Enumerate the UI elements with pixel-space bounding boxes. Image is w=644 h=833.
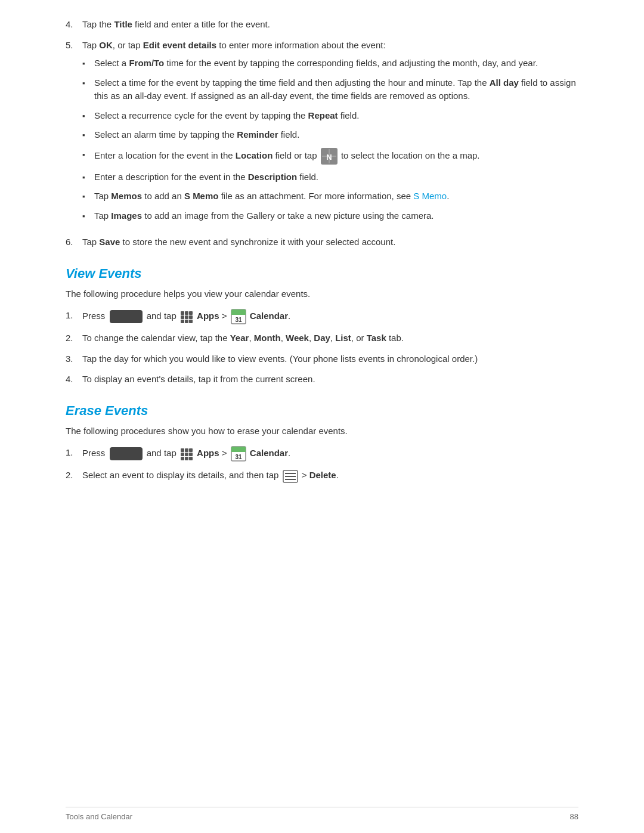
- bullet-text-7: Tap Memos to add an S Memo file as an at…: [94, 190, 578, 203]
- bullet-memos: ▪ Tap Memos to add an S Memo file as an …: [82, 190, 578, 203]
- bullet-text-6: Enter a description for the event in the…: [94, 171, 578, 184]
- svg-rect-12: [189, 320, 193, 323]
- svg-rect-8: [185, 315, 188, 319]
- bullet-allday: ▪ Select a time for the event by tapping…: [82, 76, 578, 103]
- view-step-2-content: To change the calendar view, tap the Yea…: [82, 332, 578, 345]
- home-button-2: [110, 447, 143, 460]
- svg-rect-20: [181, 453, 184, 456]
- bullet-images: ▪ Tap Images to add an image from the Ga…: [82, 209, 578, 223]
- bullet-list: ▪ Select a From/To time for the event by…: [82, 57, 578, 222]
- view-step-2-num: 2.: [66, 332, 82, 345]
- svg-rect-11: [185, 320, 188, 323]
- bullet-text-2: Select a time for the event by tapping t…: [94, 76, 578, 103]
- view-step-4: 4. To display an event's details, tap it…: [66, 373, 578, 386]
- svg-rect-4: [181, 311, 184, 315]
- calendar-icon-2: 31: [231, 446, 246, 462]
- calendar-icon-1: 31: [231, 309, 246, 324]
- step-6-content: Tap Save to store the new event and sync…: [82, 236, 578, 249]
- view-step-2: 2. To change the calendar view, tap the …: [66, 332, 578, 345]
- erase-events-section: Erase Events The following procedures sh…: [66, 403, 578, 483]
- bullet-text-8: Tap Images to add an image from the Gall…: [94, 209, 578, 223]
- svg-rect-24: [185, 457, 188, 460]
- erase-events-title: Erase Events: [66, 403, 578, 419]
- step-4-num: 4.: [66, 18, 82, 32]
- erase-step-1: 1. Press and tap: [66, 446, 578, 462]
- page-footer: Tools and Calendar 88: [66, 807, 578, 821]
- bullet-text-5: Enter a location for the event in the Lo…: [94, 148, 578, 165]
- menu-icon: [283, 469, 298, 483]
- bullet-fromto: ▪ Select a From/To time for the event by…: [82, 57, 578, 70]
- ok-bold: OK: [99, 40, 113, 50]
- bullet-marker-8: ▪: [82, 209, 94, 223]
- svg-rect-5: [185, 311, 188, 315]
- svg-text:31: 31: [235, 454, 242, 460]
- erase-events-intro: The following procedures show you how to…: [66, 425, 578, 438]
- svg-rect-23: [181, 457, 184, 460]
- svg-text:31: 31: [235, 317, 242, 323]
- bullet-reminder: ▪ Select an alarm time by tapping the Re…: [82, 128, 578, 142]
- bullet-marker-6: ▪: [82, 171, 94, 184]
- view-step-4-num: 4.: [66, 373, 82, 386]
- calendar-label-1: Calendar: [250, 311, 288, 321]
- home-button-1: [110, 310, 143, 323]
- s-memo-link[interactable]: S Memo: [413, 191, 447, 201]
- calendar-label-2: Calendar: [250, 448, 288, 458]
- bullet-repeat: ▪ Select a recurrence cycle for the even…: [82, 109, 578, 123]
- edit-event-bold: Edit event details: [143, 40, 216, 50]
- title-bold: Title: [114, 19, 132, 29]
- footer-left: Tools and Calendar: [66, 812, 132, 821]
- step-5: 5. Tap OK, or tap Edit event details to …: [66, 39, 578, 229]
- apps-grid-icon-1: [180, 309, 193, 323]
- view-events-title: View Events: [66, 266, 578, 281]
- svg-rect-10: [181, 320, 184, 323]
- erase-step-2-num: 2.: [66, 469, 82, 483]
- bullet-marker-4: ▪: [82, 128, 94, 142]
- view-step-3-num: 3.: [66, 352, 82, 366]
- step-6-num: 6.: [66, 236, 82, 249]
- view-step-1: 1. Press and tap: [66, 309, 578, 324]
- step-5-content: Tap OK, or tap Edit event details to ent…: [82, 39, 578, 229]
- bullet-text-1: Select a From/To time for the event by t…: [94, 57, 578, 70]
- view-events-intro: The following procedure helps you view y…: [66, 287, 578, 301]
- step-6: 6. Tap Save to store the new event and s…: [66, 236, 578, 249]
- page-container: 4. Tap the Title field and enter a title…: [0, 0, 644, 833]
- view-events-section: View Events The following procedure help…: [66, 266, 578, 386]
- step-4-content: Tap the Title field and enter a title fo…: [82, 18, 578, 32]
- view-step-1-content: Press and tap: [82, 309, 578, 324]
- svg-rect-9: [189, 315, 193, 319]
- bullet-marker-1: ▪: [82, 57, 94, 70]
- bullet-marker-5: ▪: [82, 148, 94, 165]
- view-step-3-content: Tap the day for which you would like to …: [82, 352, 578, 366]
- view-step-1-num: 1.: [66, 309, 82, 324]
- svg-rect-32: [285, 476, 296, 477]
- svg-rect-6: [189, 311, 193, 315]
- bullet-description: ▪ Enter a description for the event in t…: [82, 171, 578, 184]
- svg-rect-15: [231, 314, 246, 315]
- footer-right: 88: [570, 812, 578, 821]
- top-section: 4. Tap the Title field and enter a title…: [66, 18, 578, 249]
- erase-step-1-num: 1.: [66, 446, 82, 462]
- bullet-text-3: Select a recurrence cycle for the event …: [94, 109, 578, 123]
- svg-rect-21: [185, 453, 188, 456]
- svg-rect-7: [181, 315, 184, 319]
- svg-rect-22: [189, 453, 193, 456]
- location-map-icon: N: [321, 148, 338, 165]
- apps-label-2: Apps: [197, 448, 219, 458]
- svg-rect-28: [231, 451, 246, 452]
- svg-rect-33: [285, 479, 296, 480]
- svg-rect-31: [285, 473, 296, 474]
- erase-step-2: 2. Select an event to display its detail…: [66, 469, 578, 483]
- view-step-4-content: To display an event's details, tap it fr…: [82, 373, 578, 386]
- top-numbered-list: 4. Tap the Title field and enter a title…: [66, 18, 578, 249]
- view-events-list: 1. Press and tap: [66, 309, 578, 386]
- apps-grid-icon-2: [180, 447, 193, 460]
- bullet-marker-3: ▪: [82, 109, 94, 123]
- bullet-text-4: Select an alarm time by tapping the Remi…: [94, 128, 578, 142]
- erase-events-list: 1. Press and tap: [66, 446, 578, 483]
- bullet-marker-2: ▪: [82, 76, 94, 103]
- svg-rect-17: [181, 448, 184, 452]
- svg-rect-19: [189, 448, 193, 452]
- erase-step-2-content: Select an event to display its details, …: [82, 469, 578, 483]
- svg-rect-25: [189, 457, 193, 460]
- step-4: 4. Tap the Title field and enter a title…: [66, 18, 578, 32]
